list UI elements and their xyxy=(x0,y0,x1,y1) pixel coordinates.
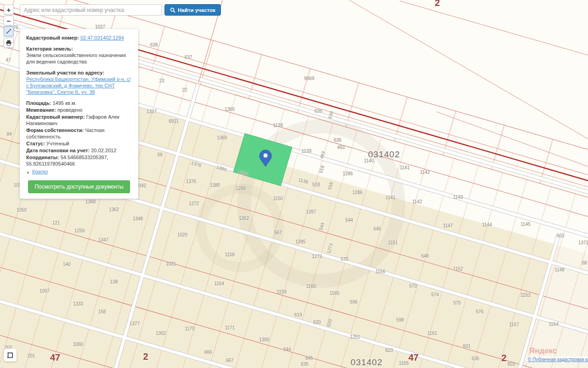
registration-date-label: Дата постановки на учет: xyxy=(26,148,90,153)
registration-date-value: 20.02.2012 xyxy=(91,148,116,153)
view-documents-button[interactable]: Посмотреть доступные документы xyxy=(28,180,130,193)
address-link[interactable]: Республика Башкортостан, Уфимский р-н, с… xyxy=(26,76,130,95)
land-category-label: Категория земель: xyxy=(26,46,73,52)
survey-value: проведено xyxy=(57,107,83,113)
zoom-in-button[interactable]: + xyxy=(4,5,14,15)
search-icon xyxy=(170,7,175,13)
cadastral-number-link[interactable]: 02:47:031402:1284 xyxy=(80,35,124,40)
measure-area-icon xyxy=(6,351,14,359)
collapse-link[interactable]: Кратко xyxy=(32,169,48,174)
status-value: Учтенный xyxy=(46,141,69,146)
collapse-arrow-icon: ▲ xyxy=(26,169,30,176)
zoom-out-button[interactable]: − xyxy=(4,16,14,26)
pkk-attribution-link[interactable]: © Публичная кадастровая карта xyxy=(526,356,588,362)
find-parcel-button[interactable]: Найти участок xyxy=(164,4,221,16)
measure-area-button[interactable] xyxy=(4,349,17,362)
engineer-label: Кадастровый инженер: xyxy=(26,114,85,120)
coordinates-label: Координаты: xyxy=(26,155,59,160)
parcel-info-panel: Кадастровый номер: 02:47:031402:1284 Кат… xyxy=(20,29,138,199)
cadastral-map-app: 1027638637966923227947841327691113656396… xyxy=(0,0,588,368)
printer-icon xyxy=(6,40,12,46)
land-category-value2: для ведения садоводства xyxy=(26,58,132,65)
address-label: Земельный участок по адресу: xyxy=(26,70,104,75)
ownership-label: Форма собственности: xyxy=(26,127,84,133)
area-value: 1495 кв.м. xyxy=(52,100,76,106)
cadastral-number-label: Кадастровый номер: xyxy=(26,35,79,40)
find-parcel-label: Найти участок xyxy=(178,7,215,13)
area-label: Площадь: xyxy=(26,100,51,106)
expand-icon xyxy=(6,28,12,34)
print-button[interactable] xyxy=(4,38,14,48)
survey-label: Межевание: xyxy=(26,107,56,113)
search-input[interactable] xyxy=(20,4,162,16)
status-label: Статус: xyxy=(26,141,45,146)
fullscreen-button[interactable] xyxy=(4,26,14,36)
search-bar: Найти участок xyxy=(20,4,221,16)
land-category-value: Земли сельскохозяйственного назначения xyxy=(26,52,132,58)
yandex-logo: Яндекс xyxy=(529,346,557,356)
